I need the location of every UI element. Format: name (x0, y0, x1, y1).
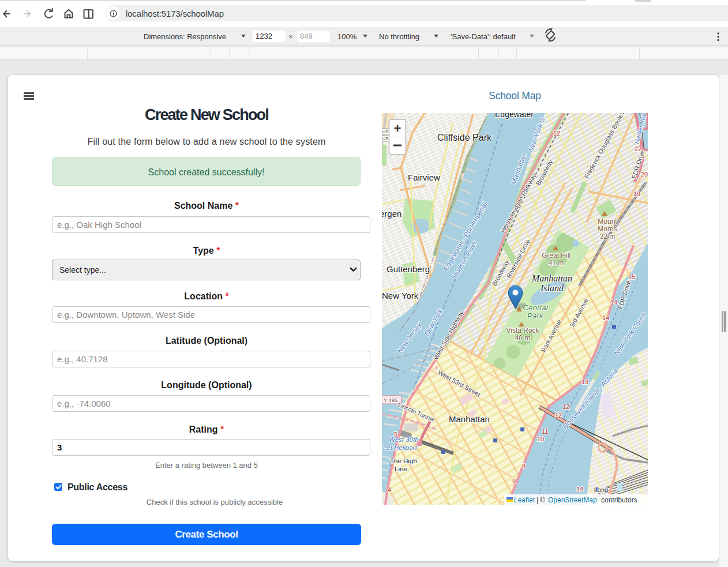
svg-text:41 m: 41 m (549, 259, 564, 267)
svg-text:9: 9 (512, 478, 516, 485)
svg-text:Manhattan: Manhattan (449, 414, 490, 424)
svg-text:Long: Long (594, 486, 608, 493)
svg-text:14: 14 (602, 314, 609, 321)
svg-text:Vista Rock: Vista Rock (506, 326, 539, 335)
svg-text:Park: Park (527, 311, 544, 320)
svg-text:4: 4 (388, 486, 391, 493)
svg-text:Cliffside Park: Cliffside Park (437, 133, 492, 142)
svg-text:13: 13 (581, 378, 588, 385)
svg-text:contributors: contributors (601, 496, 637, 504)
svg-text:14: 14 (576, 486, 583, 493)
svg-text:Morris: Morris (598, 225, 617, 233)
svg-text:20: 20 (641, 171, 648, 178)
svg-text:Line: Line (395, 465, 407, 472)
svg-text:OpenStreetMap: OpenStreetMap (548, 496, 597, 504)
svg-text:Mount: Mount (598, 217, 617, 226)
svg-text:The High: The High (390, 457, 417, 464)
svg-text:New York: New York (382, 291, 419, 301)
svg-text:12: 12 (553, 130, 560, 137)
svg-text:US: US (382, 129, 388, 134)
svg-text:15: 15 (628, 273, 635, 280)
svg-text:12: 12 (562, 403, 569, 410)
svg-text:+: + (394, 121, 401, 136)
svg-text:ergen: ergen (382, 209, 401, 219)
svg-text:reet Heliport: reet Heliport (382, 444, 417, 451)
svg-text:Great Hill: Great Hill (542, 251, 571, 260)
svg-text:19: 19 (633, 190, 640, 197)
svg-text:West 30th: West 30th (389, 436, 419, 443)
svg-text:10: 10 (537, 435, 544, 442)
svg-text:Edgewater: Edgewater (495, 113, 534, 119)
svg-text:8: 8 (522, 463, 526, 470)
svg-text:40 m: 40 m (515, 334, 531, 342)
svg-text:Central: Central (523, 303, 549, 312)
svg-text:14: 14 (610, 299, 617, 306)
svg-text:Guttenberg: Guttenberg (386, 264, 430, 274)
svg-text:32 m: 32 m (600, 232, 616, 241)
svg-text:|: | (536, 496, 538, 504)
svg-text:Y 495: Y 495 (384, 397, 398, 403)
svg-text:12: 12 (555, 412, 562, 419)
svg-text:11: 11 (542, 428, 548, 435)
svg-text:©: © (540, 496, 545, 504)
svg-text:Fairview: Fairview (408, 172, 440, 182)
svg-text:Leaflet: Leaflet (514, 496, 535, 504)
svg-text:Island: Island (540, 283, 564, 293)
svg-text:Manhattan: Manhattan (531, 273, 572, 283)
svg-text:US: US (382, 136, 388, 141)
svg-text:7: 7 (434, 365, 438, 371)
